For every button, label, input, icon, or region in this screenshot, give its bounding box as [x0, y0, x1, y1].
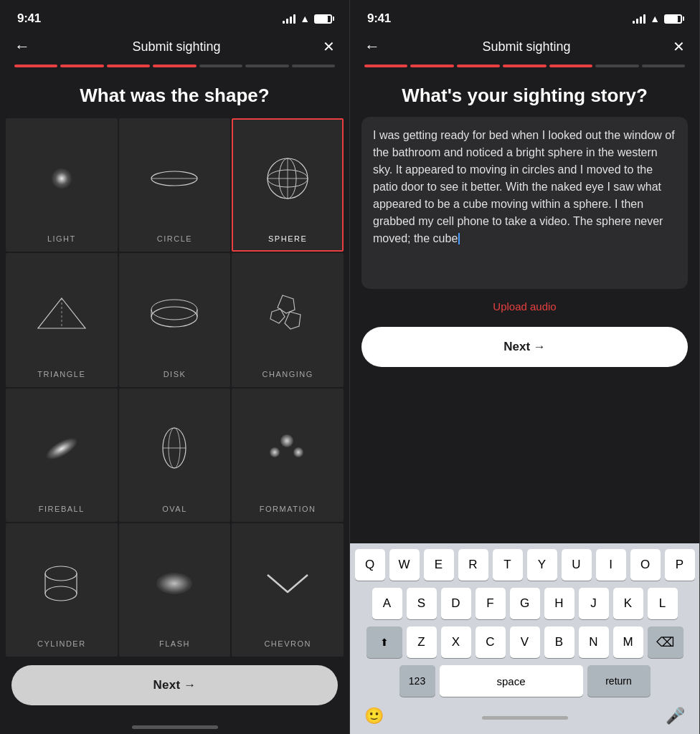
progress-segment-3: [107, 65, 150, 67]
oval-icon: [126, 399, 224, 499]
nav-title: Submit sighting: [132, 39, 220, 54]
key-o[interactable]: O: [630, 549, 661, 581]
next-button[interactable]: Next →: [11, 665, 338, 705]
key-d[interactable]: D: [441, 588, 471, 619]
shape-cell-chevron[interactable]: CHEVRON: [232, 523, 344, 657]
upload-audio-button[interactable]: Upload audio: [350, 289, 699, 324]
key-w[interactable]: W: [389, 549, 420, 581]
shape-cell-formation[interactable]: FORMATION: [232, 389, 344, 522]
key-c[interactable]: C: [476, 626, 506, 658]
key-t[interactable]: T: [493, 549, 523, 581]
keyboard-row-2: A S D F G H J K L: [353, 588, 696, 619]
status-bar-2: 9:41 ▲: [350, 0, 699, 34]
key-k[interactable]: K: [613, 588, 643, 619]
flash-icon: [126, 533, 224, 634]
shape-cell-circle[interactable]: CIRCLE: [119, 118, 231, 252]
close-button-2[interactable]: ✕: [673, 38, 685, 55]
signal-icon: [283, 14, 295, 24]
key-n[interactable]: N: [579, 626, 609, 658]
shape-label-circle: CIRCLE: [157, 234, 192, 243]
return-key[interactable]: return: [587, 665, 651, 697]
cylinder-icon: [13, 533, 110, 634]
formation-icon: [239, 399, 336, 499]
keyboard: Q W E R T Y U I O P A S D F G H J K L ⬆ …: [350, 543, 699, 734]
story-textarea[interactable]: I was getting ready for bed when I looke…: [361, 117, 688, 289]
progress-bar: [0, 65, 349, 79]
progress-segment2-7: [642, 65, 685, 67]
page-title: What was the shape?: [0, 79, 349, 118]
back-button-2[interactable]: ←: [364, 37, 380, 56]
nav-header-2: ← Submit sighting ✕: [350, 34, 699, 65]
space-key[interactable]: space: [440, 665, 583, 697]
shift-key[interactable]: ⬆: [366, 626, 402, 658]
key-e[interactable]: E: [424, 549, 454, 581]
progress-segment-4: [153, 65, 196, 67]
keyboard-row-3: ⬆ Z X C V B N M ⌫: [353, 626, 696, 658]
nav-header: ← Submit sighting ✕: [0, 34, 349, 65]
key-m[interactable]: M: [613, 626, 643, 658]
text-cursor: [458, 233, 460, 244]
delete-key[interactable]: ⌫: [648, 626, 684, 658]
key-v[interactable]: V: [510, 626, 540, 658]
shape-cell-changing[interactable]: CHANGING: [232, 253, 344, 386]
key-r[interactable]: R: [458, 549, 488, 581]
key-p[interactable]: P: [665, 549, 695, 581]
progress-segment2-2: [410, 65, 453, 67]
shape-cell-disk[interactable]: DISK: [119, 253, 231, 386]
shape-label-formation: FORMATION: [260, 505, 316, 513]
shape-label-oval: OVAL: [162, 505, 187, 513]
key-x[interactable]: X: [441, 626, 471, 658]
key-f[interactable]: F: [476, 588, 506, 619]
back-button[interactable]: ←: [14, 37, 30, 56]
signal-icon-2: [633, 14, 645, 24]
progress-segment2-6: [595, 65, 638, 67]
progress-segment2-4: [503, 65, 546, 67]
progress-segment-6: [245, 65, 288, 67]
key-h[interactable]: H: [544, 588, 574, 619]
emoji-key[interactable]: 🙂: [364, 707, 384, 725]
circle-icon: [126, 128, 224, 229]
progress-segment-7: [292, 65, 335, 67]
next-button-2[interactable]: Next →: [361, 327, 688, 367]
status-time: 9:41: [17, 11, 41, 26]
fireball-icon: [13, 399, 110, 499]
close-button[interactable]: ✕: [323, 38, 335, 55]
shape-cell-sphere[interactable]: SPHERE: [232, 118, 344, 252]
key-y[interactable]: Y: [527, 549, 557, 581]
battery-icon: [314, 14, 332, 24]
triangle-icon: [13, 263, 110, 363]
key-a[interactable]: A: [372, 588, 402, 619]
shape-label-sphere: SPHERE: [268, 234, 307, 243]
keyboard-row-4: 123 space return: [353, 665, 696, 697]
key-i[interactable]: I: [596, 549, 626, 581]
key-g[interactable]: G: [510, 588, 540, 619]
key-u[interactable]: U: [562, 549, 592, 581]
key-z[interactable]: Z: [407, 626, 437, 658]
progress-segment2-5: [549, 65, 592, 67]
shape-cell-cylinder[interactable]: CYLINDER: [6, 523, 118, 657]
mic-key[interactable]: 🎤: [666, 707, 685, 725]
shape-cell-light[interactable]: LIGHT: [6, 118, 118, 252]
progress-segment2-3: [457, 65, 500, 67]
status-time-2: 9:41: [367, 11, 391, 26]
keyboard-row-1: Q W E R T Y U I O P: [353, 549, 696, 581]
key-j[interactable]: J: [579, 588, 609, 619]
key-l[interactable]: L: [648, 588, 678, 619]
key-q[interactable]: Q: [355, 549, 385, 581]
shape-label-flash: FLASH: [159, 639, 190, 648]
shape-cell-flash[interactable]: FLASH: [119, 523, 231, 657]
shape-cell-fireball[interactable]: FIREBALL: [6, 389, 118, 522]
wifi-icon-2: ▲: [650, 13, 660, 24]
key-s[interactable]: S: [407, 588, 437, 619]
key-b[interactable]: B: [544, 626, 574, 658]
shape-cell-triangle[interactable]: TRIANGLE: [6, 253, 118, 386]
status-icons: ▲: [283, 13, 332, 24]
shape-cell-oval[interactable]: OVAL: [119, 389, 231, 522]
story-text-content: I was getting ready for bed when I looke…: [373, 127, 676, 247]
sphere-icon: [239, 128, 336, 229]
shape-label-changing: CHANGING: [262, 370, 313, 378]
shape-label-light: LIGHT: [47, 234, 76, 243]
shape-selection-panel: 9:41 ▲ ← Submit sighting ✕ What was: [0, 0, 350, 734]
num-key[interactable]: 123: [399, 665, 435, 697]
shape-label-cylinder: CYLINDER: [37, 639, 86, 648]
